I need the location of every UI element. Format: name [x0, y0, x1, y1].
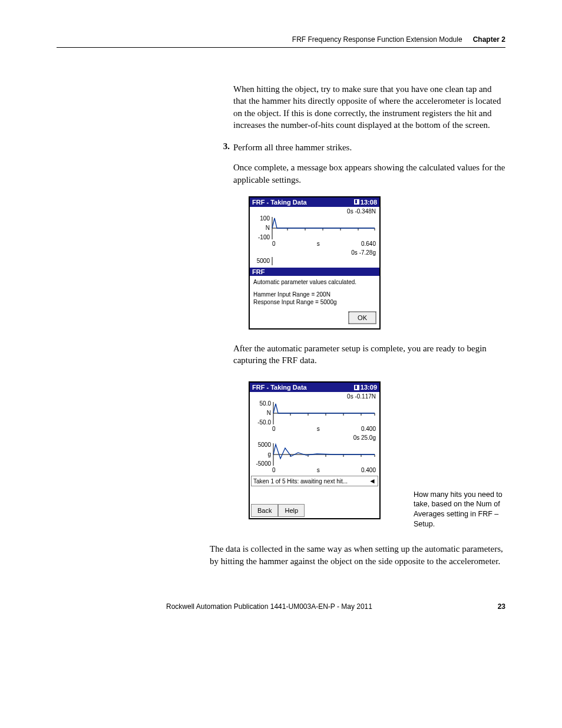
arrow-left-icon: ◄ [369, 477, 376, 485]
ok-button[interactable]: OK [349, 312, 376, 324]
footer-page-number: 23 [482, 602, 505, 611]
step-number: 3. [216, 141, 230, 151]
y-label: 5000 [257, 258, 270, 264]
x-label: s [317, 467, 320, 473]
y-min: -100 [258, 234, 270, 241]
y-unit: g [267, 451, 271, 457]
step-text: Perform all three hammer strikes. [233, 141, 352, 153]
window-title-bar: FRF - Taking Data 13:08 [250, 197, 379, 207]
page-footer: Rockwell Automation Publication 1441-UM0… [57, 602, 505, 611]
clock-time: 13:09 [361, 384, 377, 391]
chart-cursor-reading: 0s -0.117N [252, 393, 377, 400]
screenshot-frf-taking-data: FRF - Taking Data 13:09 0s -0.117N 50.0 … [249, 381, 381, 519]
callout-text: How many hits you need to take, based on… [414, 490, 505, 530]
x-label: s [317, 426, 320, 432]
step-3: 3. Perform all three hammer strikes. [233, 141, 505, 153]
window-title: FRF - Taking Data [252, 199, 307, 206]
y-unit: N [266, 225, 270, 231]
chart-cursor-reading: 0s 25.0g [252, 434, 377, 441]
y-min: -5000 [256, 460, 271, 467]
msg-line: Hammer Input Range = 200N [253, 291, 376, 298]
footer-publication: Rockwell Automation Publication 1441-UM0… [57, 602, 482, 611]
dialog-title: FRF [250, 268, 379, 276]
back-button[interactable]: Back [251, 504, 278, 517]
x-zero: 0 [272, 241, 276, 247]
x-zero: 0 [272, 426, 276, 432]
screenshot-frf-msgbox: FRF - Taking Data 13:08 0s -0.348N 100 N… [249, 196, 381, 330]
x-label: s [317, 241, 320, 247]
x-end: 0.640 [361, 241, 376, 247]
paragraph-intro: When hitting the object, try to make sur… [233, 83, 505, 131]
battery-icon [354, 199, 359, 205]
x-zero: 0 [272, 467, 276, 473]
dialog-body: Automatic parameter values calculated. H… [250, 276, 379, 309]
x-end: 0.400 [361, 467, 376, 473]
chart-cursor-reading: 0s -7.28g [252, 249, 377, 256]
status-text: Taken 1 of 5 Hits: awaiting next hit... [253, 478, 348, 485]
header-title: FRF Frequency Response Function Extensio… [292, 35, 462, 44]
paragraph-final: The data is collected in the same way as… [210, 543, 505, 567]
status-bar: Taken 1 of 5 Hits: awaiting next hit... … [251, 476, 378, 486]
msg-line: Automatic parameter values calculated. [253, 278, 376, 286]
msg-line: Response Input Range = 5000g [253, 298, 376, 306]
chart-cursor-reading: 0s -0.348N [252, 208, 377, 215]
y-max: 100 [260, 215, 270, 222]
x-end: 0.400 [361, 426, 376, 432]
paragraph-after-shot1: After the automatic parameter setup is c… [233, 342, 505, 367]
y-unit: N [267, 410, 271, 416]
y-max: 50.0 [260, 400, 272, 407]
window-title: FRF - Taking Data [252, 384, 307, 391]
chart-response-partial: 0s -7.28g 5000 [250, 248, 379, 268]
y-max: 5000 [258, 442, 272, 448]
paragraph-after-step: Once complete, a message box appears sho… [233, 162, 505, 186]
header-chapter: Chapter 2 [473, 35, 505, 44]
clock-time: 13:08 [361, 199, 377, 206]
page-header: FRF Frequency Response Function Extensio… [57, 35, 505, 48]
chart-hammer: 0s -0.348N 100 N -100 0 s [250, 207, 379, 248]
chart-response: 0s 25.0g 5000 g -5000 [250, 433, 379, 475]
help-button[interactable]: Help [278, 504, 305, 517]
y-min: -50.0 [257, 419, 271, 426]
chart-hammer: 0s -0.117N 50.0 N -50.0 [250, 392, 379, 433]
battery-icon [354, 385, 359, 390]
window-title-bar: FRF - Taking Data 13:09 [250, 383, 379, 392]
